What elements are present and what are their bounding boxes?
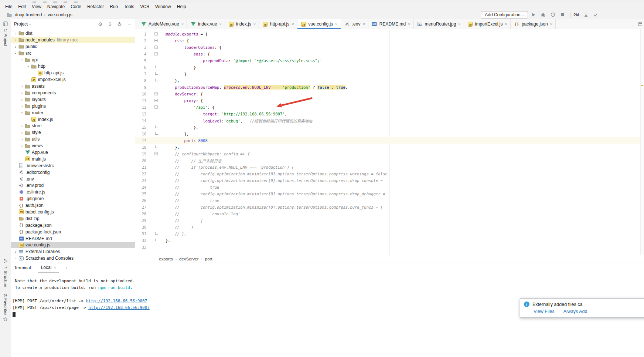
editor-breadcrumb-item[interactable]: exports [159, 257, 173, 261]
chevron-right-icon[interactable]: › [13, 38, 18, 42]
vcs-commit-icon[interactable] [592, 11, 600, 18]
editor-tab[interactable]: index.vue× [187, 19, 225, 29]
fold-end-marker[interactable] [155, 79, 158, 81]
fold-end-marker[interactable] [155, 72, 158, 75]
vcs-update-icon[interactable] [582, 11, 590, 18]
menu-item-help[interactable]: Help [174, 3, 189, 10]
fold-end-marker[interactable] [155, 232, 158, 235]
stop-icon[interactable] [558, 11, 566, 18]
close-icon[interactable]: × [219, 22, 222, 26]
tree-item[interactable]: {}package-lock.json [11, 229, 135, 235]
menu-item-code[interactable]: Code [68, 3, 84, 10]
editor-tab[interactable]: AsideMenu.vue× [137, 19, 187, 29]
close-icon[interactable]: × [505, 22, 507, 26]
close-icon[interactable]: × [292, 22, 294, 26]
hide-panel-icon[interactable] [126, 21, 132, 27]
tree-item[interactable]: .env.prod [11, 182, 135, 189]
error-stripe[interactable] [640, 29, 644, 255]
git-widget-label[interactable]: Git: [573, 12, 580, 17]
chevron-right-icon[interactable]: › [20, 124, 24, 128]
tree-item[interactable]: {}auth.json [11, 202, 135, 209]
fold-end-marker[interactable] [155, 239, 158, 241]
menu-item-file[interactable]: File [2, 3, 15, 10]
tree-item[interactable]: ›router [11, 110, 135, 116]
terminal-tab-local[interactable]: Local × [38, 263, 59, 273]
editor-tab[interactable]: {}package.json× [511, 19, 556, 29]
fold-end-marker[interactable] [155, 132, 158, 135]
code-editor[interactable]: 1−module.exports = {2− css: {3− loaderOp… [135, 29, 644, 255]
fold-marker[interactable]: − [154, 39, 158, 42]
chevron-right-icon[interactable]: › [13, 44, 18, 49]
editor-breadcrumb-item[interactable]: devServer [179, 257, 198, 261]
chevron-right-icon[interactable]: › [20, 137, 24, 141]
tree-item[interactable]: ›src [11, 50, 135, 57]
menu-item-tools[interactable]: Tools [121, 3, 137, 10]
tree-item[interactable]: JShttp-api.js [11, 70, 135, 76]
breadcrumb-file[interactable]: vue.config.js [48, 12, 72, 17]
tree-item[interactable]: ›assets [11, 83, 135, 90]
chevron-right-icon[interactable]: › [20, 97, 24, 102]
editor-tab[interactable]: JShttp-api.js× [259, 19, 297, 29]
menu-item-edit[interactable]: Edit [15, 3, 29, 10]
tree-item[interactable]: ›plugins [11, 103, 135, 110]
fold-marker[interactable]: − [154, 92, 158, 95]
tree-item[interactable]: .env [11, 176, 135, 182]
add-configuration-button[interactable]: Add Configuration... [481, 11, 528, 18]
menu-item-refactor[interactable]: Refactor [84, 3, 107, 10]
fold-end-marker[interactable] [155, 145, 158, 148]
chevron-right-icon[interactable]: › [20, 91, 24, 95]
menu-item-navigate[interactable]: Navigate [44, 3, 68, 10]
tree-item[interactable]: ›views [11, 142, 135, 149]
fold-marker[interactable]: − [154, 52, 158, 55]
run-icon[interactable] [529, 11, 538, 18]
fold-marker[interactable]: − [154, 152, 158, 155]
chevron-right-icon[interactable]: › [13, 249, 18, 254]
tree-item[interactable]: ›store [11, 122, 135, 129]
editor-tab[interactable]: MDREADME.md× [368, 19, 414, 29]
tree-item[interactable]: ›http [11, 63, 135, 70]
tree-item[interactable]: JSmain.js [11, 156, 135, 162]
chevron-right-icon[interactable]: › [20, 130, 24, 135]
terminal-link[interactable]: http://192.168.66.56:9007 [88, 305, 150, 310]
menu-item-window[interactable]: Window [152, 3, 174, 10]
tree-item[interactable]: ›style [11, 129, 135, 136]
fold-end-marker[interactable] [155, 125, 158, 128]
editor-tab[interactable]: menuRouter.jpg× [414, 19, 464, 29]
chevron-right-icon[interactable]: › [13, 256, 18, 260]
editor-breadcrumb-item[interactable]: port [205, 257, 212, 261]
view-files-link[interactable]: View Files [534, 309, 555, 314]
editor-tab[interactable]: JSindex.js× [225, 19, 259, 29]
warning-stripe-mark[interactable] [641, 85, 643, 86]
fold-marker[interactable]: − [154, 99, 158, 102]
tree-item[interactable]: ›utils [11, 136, 135, 142]
close-icon[interactable]: × [408, 22, 410, 26]
fold-marker[interactable]: − [154, 46, 158, 49]
tree-item[interactable]: JSimportExcel.js [11, 76, 135, 83]
tree-item[interactable]: JSindex.js [11, 116, 135, 123]
collapse-all-icon[interactable] [107, 21, 113, 27]
chevron-right-icon[interactable]: › [20, 84, 24, 88]
fold-marker[interactable]: − [154, 105, 158, 109]
menu-item-view[interactable]: View [29, 3, 44, 10]
menu-item-run[interactable]: Run [107, 3, 121, 10]
tree-item[interactable]: ›node_moduleslibrary root [11, 37, 135, 43]
tree-item[interactable]: dist.zip [11, 215, 135, 222]
tree-item[interactable]: .eslintrc.js [11, 189, 135, 195]
tree-item[interactable]: ›dist [11, 30, 135, 37]
chevron-down-icon[interactable]: › [26, 64, 31, 69]
tree-item[interactable]: .browserslistrc [11, 162, 135, 169]
tool-window-button-favorites[interactable]: 2: Favorites [0, 294, 11, 323]
breadcrumb-project[interactable]: duoji-frontend [15, 12, 42, 17]
add-terminal-icon[interactable]: + [63, 265, 69, 271]
chevron-right-icon[interactable]: › [20, 104, 24, 108]
chevron-down-icon[interactable]: ▾ [29, 23, 31, 26]
editor-tab[interactable]: .env× [341, 19, 368, 29]
close-icon[interactable]: × [458, 22, 460, 26]
tree-item[interactable]: MDREADME.md [11, 235, 135, 242]
chevron-down-icon[interactable]: › [20, 57, 24, 62]
debug-icon[interactable] [539, 11, 547, 18]
tree-item[interactable]: .gitignore [11, 195, 135, 202]
tool-window-button-project[interactable]: 1: Project [0, 21, 11, 46]
tree-item[interactable]: ›api [11, 57, 135, 63]
gear-icon[interactable] [117, 21, 122, 27]
